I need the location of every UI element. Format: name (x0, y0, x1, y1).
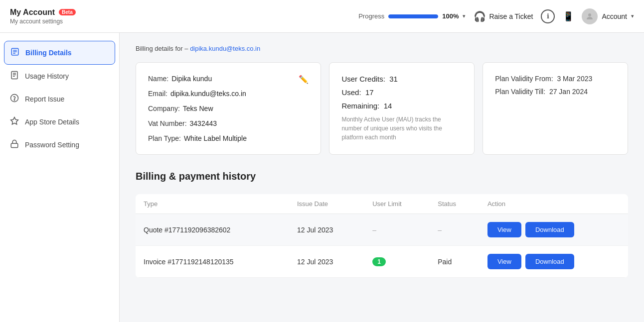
name-value: Dipika kundu (171, 75, 212, 83)
svg-point-0 (588, 13, 591, 16)
table-row: Quote #1771192096382602 12 Jul 2023 – – … (136, 214, 628, 246)
cell-status: Paid (430, 246, 480, 278)
app-title: My Account Beta (10, 8, 76, 17)
plan-row: Plan Type: White Label Multiple (148, 134, 247, 142)
report-issue-icon (10, 94, 19, 105)
validity-till-label: Plan Validity Till: (495, 88, 545, 96)
vat-label: Vat Number: (148, 119, 187, 127)
validity-till-row: Plan Validity Till: 27 Jan 2024 (495, 88, 616, 96)
headphone-icon: 🎧 (474, 10, 486, 22)
layout: Billing Details Usage History Report Iss… (0, 33, 644, 322)
sidebar-item-billing-details-label: Billing Details (25, 49, 72, 57)
progress-section: Progress 100% ▾ (358, 12, 466, 20)
edit-icon[interactable]: ✏️ (299, 75, 309, 84)
sidebar-item-billing-details[interactable]: Billing Details (4, 41, 115, 65)
progress-label: Progress (358, 12, 384, 20)
beta-badge: Beta (59, 9, 76, 15)
col-action: Action (480, 194, 628, 214)
col-user-limit: User Limit (364, 194, 430, 214)
download-button[interactable]: Download (525, 222, 574, 237)
download-button[interactable]: Download (525, 254, 574, 269)
raise-ticket-button[interactable]: 🎧 Raise a Ticket (474, 10, 533, 22)
progress-chevron-icon[interactable]: ▾ (463, 13, 466, 19)
header-left: My Account Beta My account settings (10, 8, 76, 25)
view-button[interactable]: View (487, 222, 521, 237)
progress-bar-fill (388, 14, 438, 18)
user-credits-value: 31 (389, 75, 398, 83)
password-icon (10, 139, 19, 150)
app-store-icon (10, 116, 19, 127)
billing-history-title: Billing & payment history (136, 171, 628, 182)
sidebar-item-password-label: Password Setting (25, 141, 79, 149)
user-credits-label: User Credits: (341, 75, 385, 83)
progress-percentage: 100% (442, 12, 459, 20)
col-issue-date: Issue Date (289, 194, 364, 214)
validity-till-value: 27 Jan 2024 (549, 88, 588, 96)
validity-card: Plan Validity From: 3 Mar 2023 Plan Vali… (483, 62, 628, 155)
company-row: Company: Teks New (148, 105, 247, 112)
avatar (582, 8, 598, 24)
info-icon[interactable]: ℹ (541, 9, 555, 23)
cell-issue-date: 12 Jul 2023 (289, 246, 364, 278)
remaining-row: Remaining: 14 (341, 102, 462, 110)
sidebar-item-password-setting[interactable]: Password Setting (0, 133, 119, 156)
sidebar-item-report-issue-label: Report Issue (25, 95, 64, 103)
sidebar: Billing Details Usage History Report Iss… (0, 33, 120, 322)
user-limit-badge: 1 (372, 257, 386, 266)
plan-value: White Label Multiple (184, 134, 247, 142)
app-header: My Account Beta My account settings Prog… (0, 0, 644, 33)
status-text: – (438, 226, 442, 234)
app-subtitle: My account settings (10, 18, 76, 25)
company-label: Company: (148, 105, 180, 112)
svg-marker-10 (11, 117, 18, 124)
progress-bar-track (388, 14, 438, 18)
validity-from-label: Plan Validity From: (495, 75, 553, 83)
action-buttons: View Download (487, 254, 620, 269)
user-info-card: Name: Dipika kundu Email: dipika.kundu@t… (136, 62, 321, 155)
credits-note: Monthly Active User (MAU) tracks the num… (341, 115, 462, 142)
account-chevron-icon: ▾ (631, 13, 634, 19)
used-label: Used: (341, 88, 361, 97)
cell-type: Quote #1771192096382602 (136, 214, 289, 246)
col-status: Status (430, 194, 480, 214)
table-row: Invoice #1771192148120135 12 Jul 2023 1 … (136, 246, 628, 278)
user-limit-dash: – (372, 226, 376, 234)
app-title-text: My Account (10, 8, 55, 17)
sidebar-item-report-issue[interactable]: Report Issue (0, 88, 119, 110)
table-header-row: Type Issue Date User Limit Status Action (136, 194, 628, 214)
view-button[interactable]: View (487, 254, 521, 269)
vat-row: Vat Number: 3432443 (148, 119, 247, 127)
billing-table: Type Issue Date User Limit Status Action… (136, 194, 628, 278)
sidebar-item-usage-history[interactable]: Usage History (0, 65, 119, 88)
billing-header: Billing details for – dipika.kundu@teks.… (136, 45, 628, 52)
email-label: Email: (148, 90, 167, 98)
billing-email-link[interactable]: dipika.kundu@teks.co.in (190, 45, 260, 52)
usage-history-icon (10, 71, 19, 82)
user-info-fields: Name: Dipika kundu Email: dipika.kundu@t… (148, 75, 247, 142)
raise-ticket-label: Raise a Ticket (489, 12, 533, 20)
email-row: Email: dipika.kundu@teks.co.in (148, 90, 247, 98)
email-value: dipika.kundu@teks.co.in (170, 90, 246, 98)
col-type: Type (136, 194, 289, 214)
validity-from-row: Plan Validity From: 3 Mar 2023 (495, 75, 616, 83)
cell-type: Invoice #1771192148120135 (136, 246, 289, 278)
phone-icon[interactable]: 📱 (563, 11, 574, 22)
remaining-label: Remaining: (341, 102, 379, 110)
credits-card: User Credits: 31 Used: 17 Remaining: 14 … (329, 62, 475, 155)
account-label: Account (602, 12, 627, 20)
action-buttons: View Download (487, 222, 620, 237)
user-credits-row: User Credits: 31 (341, 75, 462, 83)
cell-user-limit: 1 (364, 246, 430, 278)
account-button[interactable]: Account ▾ (582, 8, 634, 24)
billing-details-header-text: Billing details for – (136, 45, 188, 52)
svg-rect-11 (11, 143, 18, 147)
used-value: 17 (365, 88, 374, 97)
status-text: Paid (438, 258, 452, 266)
sidebar-item-app-store-label: App Store Details (25, 118, 79, 126)
sidebar-item-usage-history-label: Usage History (25, 72, 69, 80)
sidebar-item-app-store-details[interactable]: App Store Details (0, 110, 119, 133)
remaining-value: 14 (384, 102, 392, 110)
cell-action: View Download (480, 246, 628, 278)
billing-details-icon (10, 47, 19, 58)
svg-point-9 (14, 100, 15, 101)
